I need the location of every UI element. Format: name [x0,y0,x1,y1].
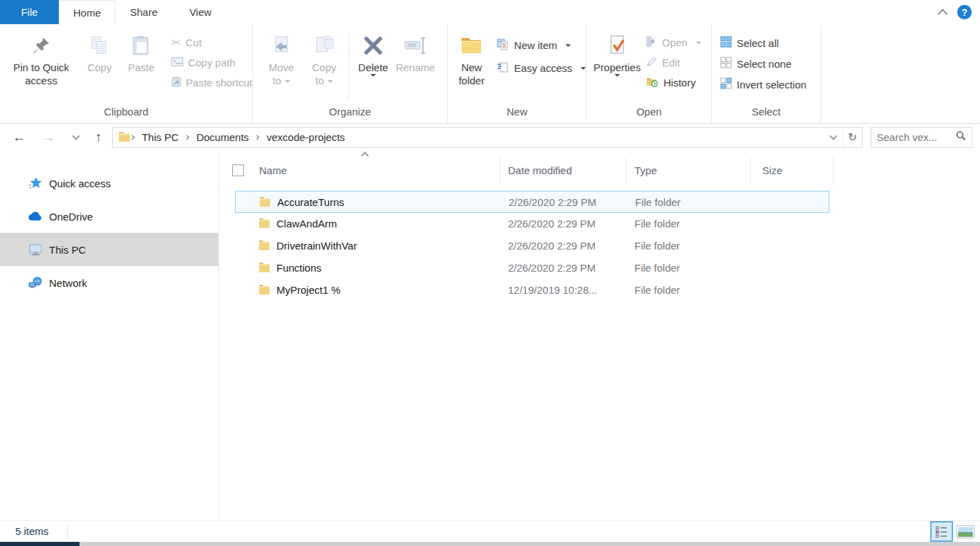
breadcrumb-separator-icon: › [185,131,191,142]
back-icon[interactable]: ← [12,131,26,144]
ribbon-tab-bar: File Home Share View ? [0,0,980,24]
column-header-row: Name Date modified Type Size [219,158,980,184]
file-row-clawandarm[interactable]: ClawAndArm 2/26/2020 2:29 PM File folder [235,213,829,235]
onedrive-cloud-icon [28,209,43,223]
copy-path-button[interactable]: Copy path [171,53,252,73]
up-icon[interactable]: ↑ [95,131,102,144]
pin-to-quick-access-button[interactable]: Pin to Quick access [11,31,71,87]
move-to-button[interactable]: Move to [261,31,301,87]
column-header-name[interactable]: Name [259,164,287,176]
new-folder-button[interactable]: New folder [453,31,490,87]
sidebar-item-quick-access[interactable]: Quick access [0,167,218,200]
sort-ascending-icon [361,151,368,159]
open-icon [646,36,657,49]
copy-to-button[interactable]: Copy to [304,31,344,87]
ribbon-group-new: New folder New item [448,24,587,123]
select-none-icon [720,57,732,70]
folder-icon [258,240,270,252]
collapse-ribbon-icon[interactable] [938,9,948,19]
new-item-icon [497,39,509,53]
paste-icon [131,33,151,58]
tab-file[interactable]: File [0,0,59,24]
copy-button[interactable]: Copy [81,31,117,74]
navigation-pane: Quick access OneDrive This PC Network [0,150,219,520]
breadcrumb-separator-icon: › [131,131,136,142]
recent-locations-chevron-icon[interactable] [72,132,79,140]
chevron-down-icon [829,132,837,140]
column-header-type[interactable]: Type [634,164,657,176]
network-icon [28,276,43,290]
column-divider[interactable] [625,158,626,183]
group-divider [348,32,349,99]
cut-button[interactable]: ✂ Cut [171,32,252,53]
select-none-button[interactable]: Select none [720,53,807,74]
folder-icon [258,262,270,274]
column-divider[interactable] [833,158,833,183]
search-box [871,127,972,148]
file-row-functions[interactable]: Functions 2/26/2020 2:29 PM File folder [235,257,829,279]
tab-share[interactable]: Share [115,0,172,24]
address-bar[interactable]: › This PC › Documents › vexcode-projects… [112,127,863,148]
invert-selection-button[interactable]: Invert selection [720,74,807,95]
pin-icon [32,33,51,58]
folder-icon [258,284,270,296]
easy-access-button[interactable]: Easy access [497,57,586,79]
properties-button[interactable]: Properties [594,31,641,77]
file-row-drivetrainwithvar[interactable]: DrivetrainWithVar 2/26/2020 2:29 PM File… [235,235,829,257]
file-row-myproject1[interactable]: MyProject1 % 12/19/2019 10:28... File fo… [235,279,829,301]
select-all-button[interactable]: Select all [720,32,807,53]
help-icon[interactable]: ? [957,5,972,19]
window-bottom-edge [0,542,980,546]
forward-icon[interactable]: → [42,131,55,144]
search-icon[interactable] [956,131,966,144]
column-divider[interactable] [750,158,751,183]
new-item-button[interactable]: New item [497,34,586,57]
select-all-checkbox[interactable] [232,164,244,176]
dropdown-caret-icon [370,74,376,77]
edit-button[interactable]: Edit [646,53,701,73]
paste-shortcut-icon [171,76,181,89]
group-label-clipboard: Clipboard [0,106,252,117]
new-folder-icon [460,33,482,58]
file-row-accurateturns[interactable]: AccurateTurns 2/26/2020 2:29 PM File fol… [235,191,829,213]
tab-view[interactable]: View [172,0,229,24]
rename-icon [404,33,427,58]
breadcrumb-documents[interactable]: Documents [190,131,255,143]
item-count: 5 items [15,525,48,537]
file-explorer-window: File Home Share View ? Pin to Quick acce… [0,0,980,546]
ribbon-group-organize: Move to Copy to Delete [253,24,448,123]
main-area: Quick access OneDrive This PC Network [0,150,980,520]
dropdown-caret-icon [565,44,571,47]
select-all-icon [720,36,732,50]
history-icon [646,76,659,89]
sidebar-item-this-pc[interactable]: This PC [0,233,218,266]
paste-shortcut-button[interactable]: Paste shortcut [171,73,252,93]
rename-button[interactable]: Rename [393,31,437,74]
column-header-size[interactable]: Size [762,164,782,176]
column-divider[interactable] [500,158,500,183]
sidebar-item-network[interactable]: Network [0,266,218,299]
tab-home[interactable]: Home [59,0,115,24]
breadcrumb-this-pc[interactable]: This PC [135,131,185,143]
ribbon-group-clipboard: Pin to Quick access Copy Paste [0,24,253,123]
paste-button[interactable]: Paste [122,31,160,74]
search-input[interactable] [877,131,946,143]
details-view-button[interactable] [930,521,953,542]
group-label-select: Select [712,106,820,117]
quick-access-star-icon [28,176,43,190]
address-dropdown-button[interactable] [824,128,843,147]
column-header-date-modified[interactable]: Date modified [508,164,572,176]
thumbnail-view-button[interactable] [957,525,974,538]
history-button[interactable]: History [646,73,701,93]
refresh-button[interactable]: ↻ [843,128,862,147]
dropdown-caret-icon [614,74,620,77]
delete-button[interactable]: Delete [353,31,393,77]
copy-icon [89,33,110,58]
open-button[interactable]: Open [646,32,701,53]
folder-icon [258,218,270,230]
dropdown-caret-icon [285,80,290,83]
sidebar-item-onedrive[interactable]: OneDrive [0,200,218,233]
dropdown-caret-icon [581,67,586,70]
breadcrumb-vexcode-projects[interactable]: vexcode-projects [261,131,351,143]
move-to-icon [271,33,292,58]
